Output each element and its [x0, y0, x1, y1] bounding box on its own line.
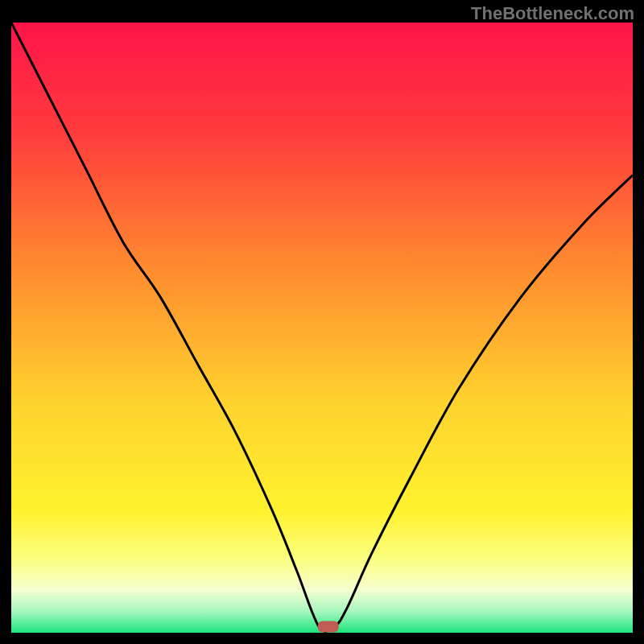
chart-container: TheBottleneck.com: [0, 0, 644, 644]
plot-area: [11, 23, 633, 633]
min-marker: [318, 621, 339, 632]
chart-svg: [11, 23, 633, 633]
watermark-text: TheBottleneck.com: [471, 3, 634, 24]
gradient-background: [11, 23, 633, 633]
